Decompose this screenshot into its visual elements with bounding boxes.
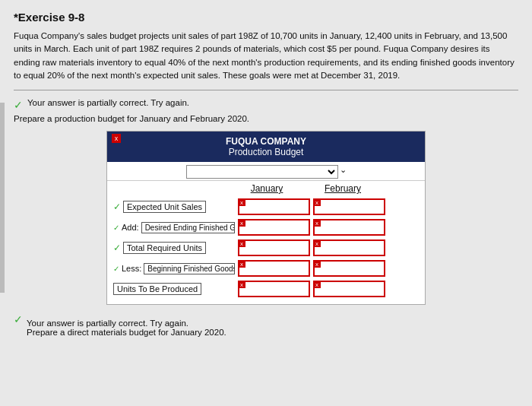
partial-correct-banner-2: ✓ Your answer is partially correct. Try … [14,312,518,337]
budget-rows: ✓ Expected Unit Sales x x ✓ Add: Desired… [107,195,425,304]
partial-correct-text-2: Your answer is partially correct. Try ag… [27,319,226,328]
input-x-total-jan: x [238,239,245,247]
input-x-expected-feb: x [313,198,321,206]
check-expected: ✓ [113,201,121,212]
less-prefix: Less: [122,264,141,273]
close-icon[interactable]: x [112,134,121,143]
exercise-title: *Exercise 9-8 [14,11,518,24]
check-total-required: ✓ [113,243,121,253]
input-units-produced-feb[interactable]: x [313,281,385,297]
budget-title: Production Budget [110,147,422,157]
input-total-required-feb[interactable]: x [313,239,385,256]
label-area-units-produced: Units To Be Produced [113,283,235,295]
input-less-beginning-feb[interactable]: x [313,260,385,277]
field-less-beginning-feb[interactable] [313,260,385,277]
budget-dropdown[interactable] [186,165,338,179]
input-x-add-desired-feb: x [313,219,321,227]
label-units-to-be-produced: Units To Be Produced [113,283,201,295]
prepare-label-1: Prepare a production budget for January … [14,114,518,123]
input-x-expected-jan: x [238,198,245,206]
column-headers: January February [107,181,425,195]
label-area-add-desired: ✓ Add: Desired Ending Finished Goods Inv… [113,222,235,233]
col-header-january: January [229,183,305,194]
check-icon-2: ✓ [14,313,23,325]
label-total-required: Total Required Units [123,242,206,254]
field-less-beginning-jan[interactable] [238,260,310,277]
row-add-desired-ending: ✓ Add: Desired Ending Finished Goods Inv… [113,219,419,236]
partial-correct-banner-1: ✓ Your answer is partially correct. Try … [14,98,518,111]
check-icon-1: ✓ [14,99,23,111]
field-expected-feb[interactable] [313,198,385,215]
input-units-produced-jan[interactable]: x [238,281,310,297]
row-units-to-be-produced: Units To Be Produced x x [113,281,419,297]
input-x-less-jan: x [238,260,245,268]
label-area-expected: ✓ Expected Unit Sales [113,201,235,213]
label-add-desired: Desired Ending Finished Goods Inventory [141,222,235,233]
input-x-units-feb: x [313,281,321,288]
input-add-desired-feb[interactable]: x [313,219,385,236]
field-add-desired-feb[interactable] [313,219,385,236]
field-total-required-jan[interactable] [238,239,310,256]
prepare-label-2: Prepare a direct materials budget for Ja… [27,328,226,337]
label-less-beginning: Beginning Finished Goods Inventory [144,263,235,274]
small-check-less: ✓ [113,265,119,273]
col-header-february: February [305,183,381,194]
input-less-beginning-jan[interactable]: x [238,260,310,277]
field-add-desired-jan[interactable] [238,219,310,236]
company-name: FUQUA COMPANY [110,136,422,147]
dropdown-row: ⌄ [107,162,425,181]
add-prefix: Add: [122,223,139,232]
label-area-less-beginning: ✓ Less: Beginning Finished Goods Invento… [113,263,235,274]
input-x-less-feb: x [313,260,321,268]
row-less-beginning: ✓ Less: Beginning Finished Goods Invento… [113,260,419,277]
input-x-total-feb: x [313,239,321,247]
field-units-produced-jan[interactable] [238,281,310,297]
input-x-units-jan: x [238,281,245,288]
field-expected-jan[interactable] [238,198,310,215]
input-total-required-jan[interactable]: x [238,239,310,256]
budget-table: x FUQUA COMPANY Production Budget ⌄ Janu… [106,131,426,305]
label-area-total-required: ✓ Total Required Units [113,242,235,254]
input-expected-jan[interactable]: x [238,198,310,215]
budget-header: x FUQUA COMPANY Production Budget [107,132,425,162]
label-expected-unit-sales: Expected Unit Sales [123,201,206,213]
partial-correct-text-1: Your answer is partially correct. Try ag… [27,98,189,107]
intro-paragraph: Fuqua Company's sales budget projects un… [14,30,518,90]
input-expected-feb[interactable]: x [313,198,385,215]
field-units-produced-feb[interactable] [313,281,385,297]
row-total-required: ✓ Total Required Units x x [113,239,419,256]
small-check-add: ✓ [113,224,119,232]
field-total-required-feb[interactable] [313,239,385,256]
input-add-desired-jan[interactable]: x [238,219,310,236]
row-expected-unit-sales: ✓ Expected Unit Sales x x [113,198,419,215]
input-x-add-desired-jan: x [238,219,245,227]
